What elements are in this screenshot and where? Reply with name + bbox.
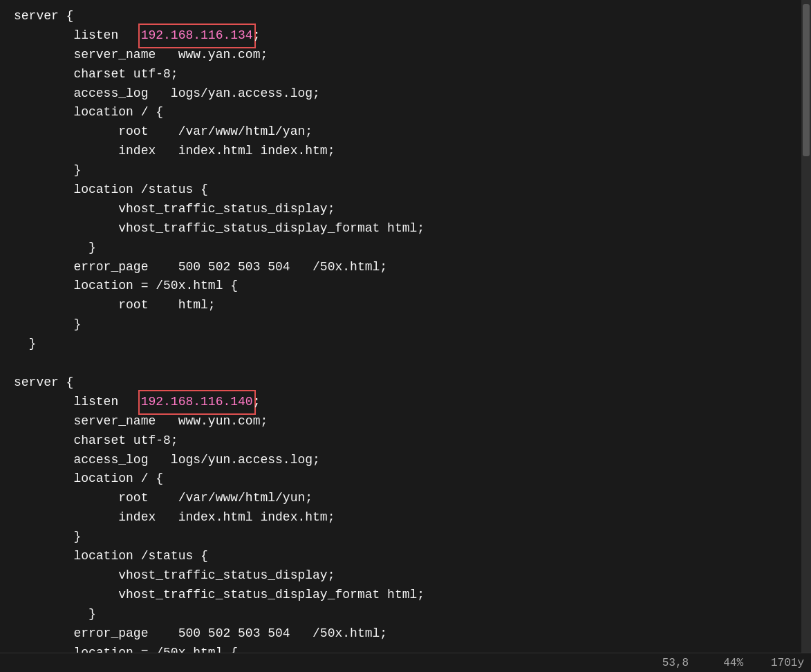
- ip-highlight-2: 192.168.116.140: [141, 393, 253, 412]
- cursor-coords: 53,8: [662, 657, 689, 669]
- line-listen2: listen 192.168.116.140;: [0, 393, 801, 412]
- status-bar: 53,8 44% 1701y: [0, 653, 811, 672]
- line-root1: root /var/www/html/yan;: [0, 122, 801, 142]
- line-vts-format2: vhost_traffic_status_display_format html…: [0, 586, 801, 605]
- line-server-name1: server_name www.yan.com;: [0, 46, 801, 65]
- line-brace-close2: }: [0, 528, 801, 547]
- line-server-name2: server_name www.yun.com;: [0, 412, 801, 431]
- line-listen1: listen 192.168.116.134;: [0, 26, 801, 46]
- file-encoding: 1701y: [771, 657, 804, 669]
- line-server2-open: server {: [0, 373, 801, 393]
- scrollbar[interactable]: [801, 0, 811, 672]
- line-error-page1: error_page 500 502 503 504 /50x.html;: [0, 258, 801, 277]
- line-vts-display1: vhost_traffic_status_display;: [0, 200, 801, 219]
- status-right: 53,8 44% 1701y: [662, 657, 804, 669]
- line-location-status2: location /status {: [0, 547, 801, 566]
- ip-highlight-1: 192.168.116.134: [141, 26, 253, 46]
- editor-container: server { listen 192.168.116.134; server_…: [0, 0, 811, 672]
- line-access-log1: access_log logs/yan.access.log;: [0, 84, 801, 104]
- line-access-log2: access_log logs/yun.access.log;: [0, 451, 801, 470]
- line-50x-brace1: }: [0, 315, 801, 335]
- line-vts-display2: vhost_traffic_status_display;: [0, 566, 801, 586]
- code-area: server { listen 192.168.116.134; server_…: [0, 0, 801, 672]
- line-error-page2: error_page 500 502 503 504 /50x.html;: [0, 624, 801, 644]
- line-server1-close: }: [0, 335, 801, 354]
- line-server1-open: server {: [0, 7, 801, 26]
- line-index2: index index.html index.htm;: [0, 508, 801, 528]
- line-root-html1: root html;: [0, 296, 801, 315]
- line-status-brace1: }: [0, 239, 801, 258]
- line-charset1: charset utf-8;: [0, 65, 801, 84]
- line-status-brace2: }: [0, 605, 801, 624]
- scroll-percent: 44%: [723, 657, 743, 669]
- line-charset2: charset utf-8;: [0, 431, 801, 451]
- scrollbar-thumb[interactable]: [803, 4, 810, 156]
- line-vts-format1: vhost_traffic_status_display_format html…: [0, 219, 801, 239]
- line-location-root2: location / {: [0, 469, 801, 489]
- line-root2: root /var/www/html/yun;: [0, 489, 801, 508]
- line-location-status1: location /status {: [0, 180, 801, 200]
- blank-line-1: [0, 354, 801, 373]
- line-brace-close1: }: [0, 161, 801, 180]
- line-location-50x1: location = /50x.html {: [0, 277, 801, 296]
- line-index1: index index.html index.htm;: [0, 142, 801, 161]
- line-location-root1: location / {: [0, 103, 801, 122]
